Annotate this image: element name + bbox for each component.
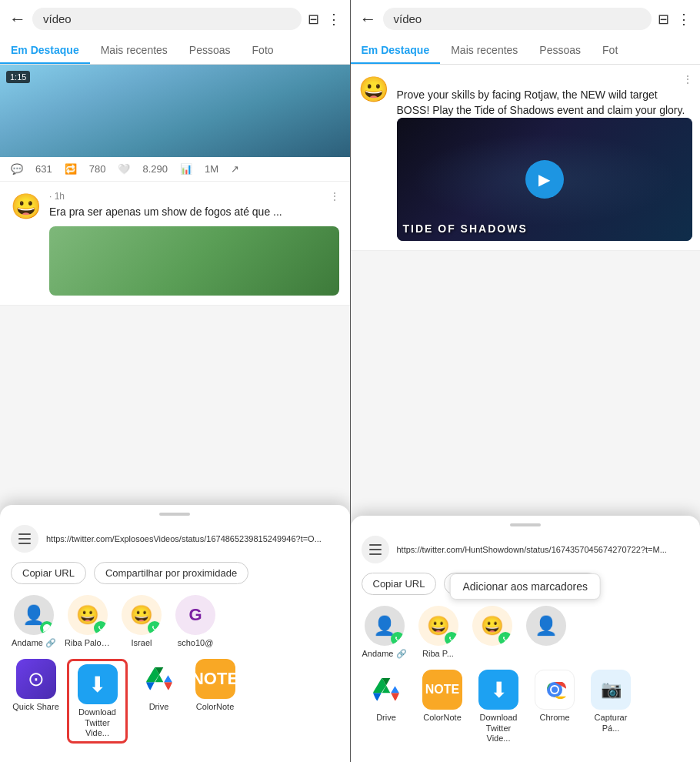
left-video-thumbnail: 1:15	[0, 65, 350, 157]
left-url-text: https://twitter.com/ExplosoesVideos/stat…	[46, 533, 339, 545]
right-contact-3-avatar: 😀	[472, 606, 512, 646]
app-colornote[interactable]: NOTE ColorNote	[190, 659, 240, 744]
left-tweet-time: · 1h	[49, 191, 65, 202]
right-search-bar[interactable]: vídeo	[383, 8, 652, 30]
like-icon: 🤍	[118, 163, 130, 175]
right-app-chrome[interactable]: Chrome	[530, 670, 580, 744]
right-contact-1[interactable]: 👤 Andame 🔗	[362, 606, 408, 659]
views-icon: 📊	[180, 163, 192, 175]
right-tweet-game-media: ▶ TIDE OF SHADOWS	[397, 118, 693, 241]
app-download-twitter[interactable]: ⬇ Download Twitter Vide...	[67, 659, 128, 744]
left-copy-url-button[interactable]: Copiar URL	[11, 562, 86, 584]
left-sheet-handle	[159, 513, 190, 516]
right-colornote-icon: NOTE	[422, 670, 462, 710]
right-contact-2-name: Riba P...	[422, 649, 454, 658]
left-tweet-item: 😀 · 1h ⋮ Era pra ser apenas um show de f…	[0, 182, 350, 306]
right-contact-2-whatsapp	[445, 632, 458, 646]
retweet-icon: 🔁	[65, 163, 77, 175]
right-contact-3-whatsapp	[498, 632, 512, 646]
tab-pessoas[interactable]: Pessoas	[178, 38, 242, 64]
right-contact-1-name: Andame 🔗	[362, 649, 406, 659]
right-top-icons: ⊟ ⋮	[658, 11, 691, 28]
comment-icon: 💬	[11, 163, 23, 175]
contact-andame-name: Andame 🔗	[12, 638, 56, 648]
right-apps-row: Drive NOTE ColorNote Download Twitter Vi…	[351, 670, 701, 754]
right-hamburger-icon[interactable]	[362, 536, 389, 563]
contact-riba[interactable]: 😀 Riba Paloma	[65, 595, 111, 648]
right-contact-3[interactable]: 😀	[469, 606, 515, 659]
contact-israel-avatar: 😀	[122, 595, 162, 635]
right-back-button[interactable]: ←	[360, 9, 377, 29]
right-tab-foto[interactable]: Fot	[592, 38, 628, 64]
app-quick-share-label: Quick Share	[12, 702, 59, 712]
more-icon[interactable]: ⋮	[327, 11, 341, 28]
left-back-button[interactable]: ←	[9, 9, 26, 29]
contact-israel-whatsapp	[148, 621, 162, 635]
right-tabs: Em Destaque Mais recentes Pessoas Fot	[351, 38, 701, 65]
contact-riba-name: Riba Paloma	[65, 638, 111, 647]
right-apps-wrapper: Drive NOTE ColorNote Download Twitter Vi…	[351, 670, 701, 754]
right-contact-4-avatar: 👤	[526, 606, 566, 646]
right-top-bar: ← vídeo ⊟ ⋮	[351, 0, 701, 38]
tab-em-destaque[interactable]: Em Destaque	[0, 38, 90, 64]
right-app-colornote[interactable]: NOTE ColorNote	[418, 670, 468, 744]
left-hamburger-icon[interactable]	[11, 525, 38, 553]
right-tweet-more[interactable]: ⋮	[683, 74, 692, 85]
right-app-download-twitter-label: Download Twitter Vide...	[474, 713, 524, 744]
left-top-bar: ← vídeo ⊟ ⋮	[0, 0, 350, 38]
download-twitter-icon: ⬇	[78, 664, 118, 704]
like-count: 8.290	[142, 163, 168, 175]
right-tweet-text: Prove your skills by facing Rotjaw, the …	[397, 88, 693, 118]
right-url-text: https://twitter.com/HuntShowdown/status/…	[397, 544, 690, 556]
contact-scho[interactable]: G scho10@	[172, 595, 218, 648]
right-app-chrome-label: Chrome	[539, 713, 569, 723]
right-app-editor[interactable]: 📷 Capturar Pá...	[586, 670, 636, 744]
game-title: TIDE OF SHADOWS	[403, 222, 528, 235]
left-share-nearby-button[interactable]: Compartilhar por proximidade	[94, 562, 248, 584]
right-filter-icon[interactable]: ⊟	[658, 11, 669, 28]
right-contact-4[interactable]: 👤	[523, 606, 569, 659]
right-download-twitter-icon: ⬇	[478, 670, 518, 710]
tooltip-add-bookmark: Adicionar aos marcadores	[449, 573, 601, 600]
app-quick-share[interactable]: ⊙ Quick Share	[11, 659, 61, 744]
right-copy-url-button[interactable]: Copiar URL	[362, 573, 437, 595]
filter-icon[interactable]: ⊟	[308, 11, 319, 28]
left-panel: ← vídeo ⊟ ⋮ Em Destaque Mais recentes Pe…	[0, 0, 350, 762]
right-app-download-twitter[interactable]: Download Twitter Videos ⬇ Download Twitt…	[474, 670, 524, 744]
game-play-button[interactable]: ▶	[525, 160, 564, 199]
drive-icon	[139, 659, 179, 699]
contact-scho-name: scho10@	[178, 638, 214, 647]
right-tab-mais-recentes[interactable]: Mais recentes	[440, 38, 528, 64]
share-icon[interactable]: ↗	[231, 163, 239, 175]
right-contact-1-whatsapp	[391, 632, 405, 646]
svg-point-3	[552, 687, 558, 693]
left-tweet-more[interactable]: ⋮	[330, 191, 339, 202]
right-more-icon[interactable]: ⋮	[677, 11, 691, 28]
contact-andame-avatar: 👤	[14, 595, 54, 635]
contact-israel[interactable]: 😀 Israel	[118, 595, 165, 648]
app-download-twitter-label: Download Twitter Vide...	[72, 707, 122, 738]
contact-andame[interactable]: 👤 Andame 🔗	[11, 595, 57, 648]
left-search-bar[interactable]: vídeo	[32, 8, 302, 30]
right-drive-icon	[366, 670, 406, 710]
right-tab-em-destaque[interactable]: Em Destaque	[351, 38, 441, 64]
app-drive[interactable]: Drive	[134, 659, 184, 744]
left-tweet-header: · 1h ⋮	[49, 191, 339, 202]
right-app-colornote-label: ColorNote	[423, 713, 462, 723]
app-drive-label: Drive	[149, 702, 169, 712]
right-contacts-row: 👤 Andame 🔗 😀 Riba P...	[351, 606, 701, 670]
left-bottom-sheet: https://twitter.com/ExplosoesVideos/stat…	[0, 505, 350, 762]
right-contact-2-avatar: 😀	[418, 606, 458, 646]
left-stats-row: 💬 631 🔁 780 🤍 8.290 📊 1M ↗	[0, 157, 350, 182]
left-video-image	[0, 65, 350, 157]
right-tab-pessoas[interactable]: Pessoas	[528, 38, 592, 64]
colornote-icon: NOTE	[195, 659, 235, 699]
right-contact-2[interactable]: 😀 Riba P...	[415, 606, 462, 659]
whatsapp-badge	[40, 621, 54, 635]
tab-mais-recentes[interactable]: Mais recentes	[90, 38, 178, 64]
right-panel: ← vídeo ⊟ ⋮ Em Destaque Mais recentes Pe…	[351, 0, 701, 762]
right-app-drive[interactable]: Drive	[362, 670, 412, 744]
right-sheet-handle	[510, 523, 541, 526]
tab-foto[interactable]: Foto	[242, 38, 285, 64]
left-tweet-text: Era pra ser apenas um show de fogos até …	[49, 205, 339, 220]
